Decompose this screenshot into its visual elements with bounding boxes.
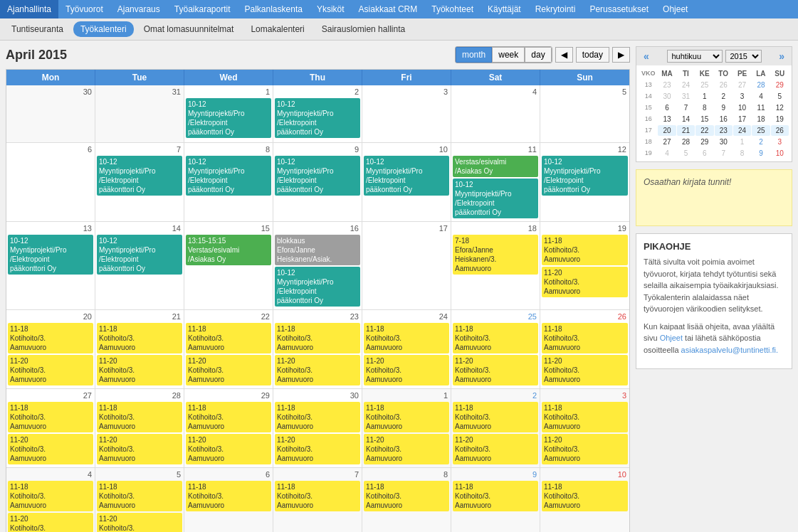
calendar-cell[interactable]: 110-12 Myyntiprojekti/Pro /Elektropoint … — [184, 85, 273, 142]
today-btn[interactable]: today — [576, 47, 609, 63]
month-view-btn[interactable]: month — [456, 47, 492, 63]
calendar-event[interactable]: 11-18 Kotihoito/3. Aamuvuoro — [97, 323, 182, 353]
top-nav-item-palkanlaskenta[interactable]: Palkanlaskenta — [238, 0, 310, 18]
mini-calendar-day[interactable]: 23 — [658, 80, 676, 90]
mini-calendar-day[interactable]: 28 — [752, 80, 770, 90]
mini-calendar-day[interactable]: 8 — [695, 102, 713, 113]
calendar-cell[interactable]: 2311-18 Kotihoito/3. Aamuvuoro11-20 Koti… — [273, 310, 362, 388]
calendar-event[interactable]: 11-18 Kotihoito/3. Aamuvuoro — [8, 481, 93, 511]
calendar-event[interactable]: 11-20 Kotihoito/3. Aamuvuoro — [97, 434, 182, 464]
mini-calendar-day[interactable]: 9 — [715, 102, 733, 113]
calendar-event[interactable]: 11-18 Kotihoito/3. Aamuvuoro — [97, 481, 182, 511]
week-view-btn[interactable]: week — [492, 47, 525, 63]
mini-calendar-day[interactable]: 27 — [733, 80, 751, 90]
mini-calendar-day[interactable]: 22 — [695, 125, 713, 136]
calendar-event[interactable]: 13:15-15:15 Verstas/esivalmi /Asiakas Oy — [186, 235, 271, 265]
calendar-cell[interactable]: 2711-18 Kotihoito/3. Aamuvuoro11-20 Koti… — [6, 389, 95, 467]
calendar-cell[interactable]: 4 — [451, 85, 540, 142]
mini-next-btn[interactable]: » — [776, 50, 787, 62]
calendar-event[interactable]: 11-20 Kotihoito/3. Aamuvuoro — [8, 355, 93, 385]
calendar-cell[interactable]: 11Verstas/esivalmi /Asiakas Oy10-12 Myyn… — [451, 143, 540, 221]
calendar-cell[interactable]: 31 — [95, 85, 184, 142]
mini-calendar-day[interactable]: 20 — [658, 125, 676, 136]
mini-calendar-day[interactable]: 10 — [771, 148, 789, 159]
calendar-event[interactable]: 10-12 Myyntiprojekti/Pro /Elektropoint p… — [453, 179, 538, 218]
calendar-cell[interactable]: 311-18 Kotihoito/3. Aamuvuoro11-20 Kotih… — [540, 389, 629, 467]
calendar-cell[interactable]: 5 — [540, 85, 629, 142]
calendar-event[interactable]: 11-18 Kotihoito/3. Aamuvuoro — [453, 481, 538, 511]
calendar-cell[interactable]: 1310-12 Myyntiprojekti/Pro /Elektropoint… — [6, 222, 95, 309]
top-nav-item-yksikot[interactable]: Yksiköt — [310, 0, 352, 18]
calendar-event[interactable]: 11-18 Kotihoito/3. Aamuvuoro — [364, 402, 449, 432]
calendar-event[interactable]: 11-20 Kotihoito/3. Aamuvuoro — [8, 434, 93, 464]
calendar-event[interactable]: Verstas/esivalmi /Asiakas Oy — [453, 156, 538, 177]
calendar-event[interactable]: 11-18 Kotihoito/3. Aamuvuoro — [275, 481, 360, 511]
top-nav-item-perusasetukset[interactable]: Perusasetukset — [582, 0, 656, 18]
calendar-event[interactable]: 11-18 Kotihoito/3. Aamuvuoro — [275, 402, 360, 432]
mini-calendar-day[interactable]: 12 — [771, 102, 789, 113]
mini-calendar-day[interactable]: 2 — [715, 91, 733, 102]
prev-month-btn[interactable]: ◀ — [555, 47, 573, 63]
mini-calendar-day[interactable]: 15 — [695, 114, 713, 124]
calendar-event[interactable]: 11-18 Kotihoito/3. Aamuvuoro — [542, 402, 628, 432]
calendar-cell[interactable]: 6 — [6, 143, 95, 221]
top-nav-item-tyoaikaraportit[interactable]: Työaikaraportit — [167, 0, 238, 18]
calendar-event[interactable]: 11-18 Kotihoito/3. Aamuvuoro — [275, 323, 360, 353]
calendar-cell[interactable]: 1011-18 Kotihoito/3. Aamuvuoro — [540, 468, 629, 532]
calendar-event[interactable]: 11-20 Kotihoito/3. Aamuvuoro — [364, 434, 449, 464]
mini-calendar-day[interactable]: 30 — [658, 91, 676, 102]
mini-calendar-day[interactable]: 24 — [677, 80, 695, 90]
mini-calendar-day[interactable]: 9 — [752, 148, 770, 159]
calendar-event[interactable]: 11-20 Kotihoito/3. Aamuvuoro — [542, 267, 628, 297]
top-nav-item-tyovuorot[interactable]: Työvuorot — [58, 0, 110, 18]
calendar-event[interactable]: 10-12 Myyntiprojekti/Pro /Elektropoint p… — [8, 235, 93, 275]
calendar-event[interactable]: 11-20 Kotihoito/3. Aamuvuoro — [542, 434, 628, 464]
mini-calendar-day[interactable]: 24 — [733, 125, 751, 136]
mini-calendar-day[interactable]: 3 — [733, 91, 751, 102]
mini-calendar-day[interactable]: 5 — [771, 91, 789, 102]
mini-calendar-day[interactable]: 1 — [695, 91, 713, 102]
calendar-event[interactable]: 11-20 Kotihoito/3. Aamuvuoro — [186, 355, 271, 385]
mini-calendar-day[interactable]: 4 — [752, 91, 770, 102]
top-nav-item-kayttajat[interactable]: Käyttäjät — [481, 0, 528, 18]
calendar-cell[interactable]: 3011-18 Kotihoito/3. Aamuvuoro11-20 Koti… — [273, 389, 362, 467]
calendar-event[interactable]: 11-18 Kotihoito/3. Aamuvuoro — [453, 402, 538, 432]
calendar-event[interactable]: 11-20 Kotihoito/3. Aamuvuoro — [97, 513, 182, 532]
mini-calendar-day[interactable]: 30 — [715, 137, 733, 147]
calendar-cell[interactable]: 811-18 Kotihoito/3. Aamuvuoro — [362, 468, 451, 532]
mini-calendar-day[interactable]: 10 — [733, 102, 751, 113]
mini-calendar-day[interactable]: 13 — [658, 114, 676, 124]
mini-calendar-day[interactable]: 6 — [695, 148, 713, 159]
mini-calendar-day[interactable]: 27 — [658, 137, 676, 147]
calendar-cell[interactable]: 2511-18 Kotihoito/3. Aamuvuoro11-20 Koti… — [451, 310, 540, 388]
calendar-cell[interactable]: 187-18 Efora/Janne Heiskanen/3. Aamuvuor… — [451, 222, 540, 309]
calendar-event[interactable]: 11-18 Kotihoito/3. Aamuvuoro — [97, 402, 182, 432]
calendar-event[interactable]: 11-18 Kotihoito/3. Aamuvuoro — [542, 323, 628, 353]
calendar-event[interactable]: 11-18 Kotihoito/3. Aamuvuoro — [542, 481, 628, 511]
calendar-cell[interactable]: 1010-12 Myyntiprojekti/Pro /Elektropoint… — [362, 143, 451, 221]
calendar-event[interactable]: 11-18 Kotihoito/3. Aamuvuoro — [542, 235, 628, 265]
calendar-cell[interactable]: 2911-18 Kotihoito/3. Aamuvuoro11-20 Koti… — [184, 389, 273, 467]
mini-calendar-day[interactable]: 17 — [733, 114, 751, 124]
calendar-cell[interactable]: 411-18 Kotihoito/3. Aamuvuoro11-20 Kotih… — [6, 468, 95, 532]
calendar-cell[interactable]: 2111-18 Kotihoito/3. Aamuvuoro11-20 Koti… — [95, 310, 184, 388]
calendar-event[interactable]: 11-20 Kotihoito/3. Aamuvuoro — [542, 355, 628, 385]
calendar-cell[interactable]: 17 — [362, 222, 451, 309]
mini-calendar-day[interactable]: 26 — [715, 80, 733, 90]
mini-prev-btn[interactable]: « — [641, 50, 652, 62]
calendar-cell[interactable]: 30 — [6, 85, 95, 142]
mini-calendar-day[interactable]: 23 — [715, 125, 733, 136]
mini-calendar-day[interactable]: 18 — [752, 114, 770, 124]
calendar-cell[interactable]: 2211-18 Kotihoito/3. Aamuvuoro11-20 Koti… — [184, 310, 273, 388]
calendar-cell[interactable]: 611-18 Kotihoito/3. Aamuvuoro — [184, 468, 273, 532]
calendar-event[interactable]: 10-12 Myyntiprojekti/Pro /Elektropoint p… — [97, 156, 182, 196]
calendar-event[interactable]: 10-12 Myyntiprojekti/Pro /Elektropoint p… — [97, 235, 182, 275]
mini-calendar-day[interactable]: 25 — [695, 80, 713, 90]
calendar-event[interactable]: 7-18 Efora/Janne Heiskanen/3. Aamuvuoro — [453, 235, 538, 275]
calendar-cell[interactable]: 711-18 Kotihoito/3. Aamuvuoro — [273, 468, 362, 532]
mini-calendar-day[interactable]: 5 — [677, 148, 695, 159]
day-view-btn[interactable]: day — [525, 47, 551, 63]
top-nav-item-tyokohteet[interactable]: Työkohteet — [424, 0, 481, 18]
calendar-event[interactable]: 11-20 Kotihoito/3. Aamuvuoro — [97, 355, 182, 385]
mini-calendar-day[interactable]: 16 — [715, 114, 733, 124]
